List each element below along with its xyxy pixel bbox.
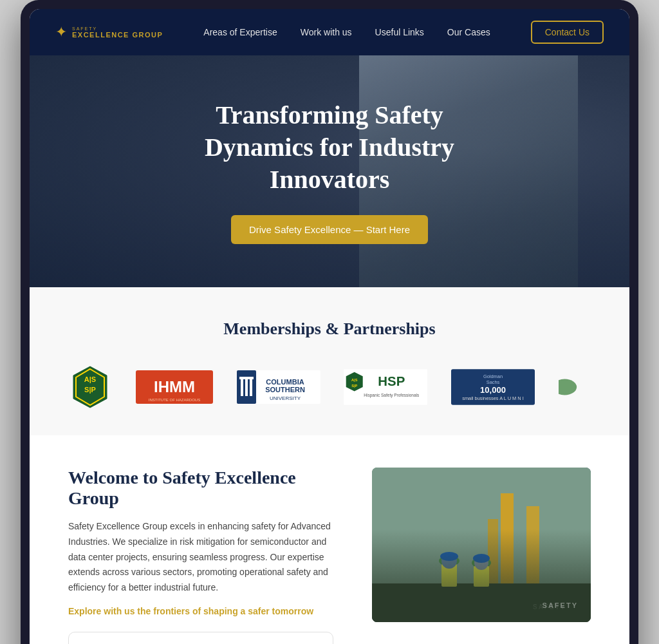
navbar: ✦ SAFETY EXCELLENCE GROUP Areas of Exper… xyxy=(30,9,629,55)
welcome-image: SAFETY xyxy=(372,468,591,622)
svg-text:Sachs: Sachs xyxy=(487,379,500,385)
svg-rect-32 xyxy=(372,583,591,622)
logo-main-text: EXCELLENCE GROUP xyxy=(72,31,163,39)
ihmm-logo: IHMM INSTITUTE OF HAZARDOUS xyxy=(136,365,213,410)
svg-text:UNIVERSITY: UNIVERSITY xyxy=(270,395,301,401)
svg-rect-11 xyxy=(250,378,252,396)
svg-text:small businesses  A L U M N I: small businesses A L U M N I xyxy=(462,395,524,401)
hsp-svg: A|S S|P HSP Hispanic Safety Professional… xyxy=(344,368,427,406)
logo-top-text: SAFETY xyxy=(72,26,163,31)
goldman-svg: Goldman Sachs 10,000 small businesses A … xyxy=(451,368,535,406)
logo-icon: ✦ xyxy=(55,25,67,39)
logo[interactable]: ✦ SAFETY EXCELLENCE GROUP xyxy=(55,25,163,39)
ihmm-svg: IHMM INSTITUTE OF HAZARDOUS xyxy=(136,370,213,404)
svg-point-33 xyxy=(439,556,459,566)
nav-item-links[interactable]: Useful Links xyxy=(375,26,424,38)
svg-rect-12 xyxy=(239,377,254,379)
columbia-svg: COLUMBIA SOUTHERN UNIVERSITY xyxy=(237,370,320,404)
hsp-logo: A|S S|P HSP Hispanic Safety Professional… xyxy=(344,365,427,410)
logos-row: A|S S|P IHMM INSTITUTE OF HAZARDOUS xyxy=(68,365,591,410)
svg-text:A|S: A|S xyxy=(351,378,358,382)
columbia-southern-logo: COLUMBIA SOUTHERN UNIVERSITY xyxy=(237,365,320,410)
welcome-text-area: Welcome to Safety Excellence Group Safet… xyxy=(68,468,333,644)
svg-text:S|P: S|P xyxy=(84,386,96,393)
svg-text:SOUTHERN: SOUTHERN xyxy=(265,386,305,393)
welcome-title: Welcome to Safety Excellence Group xyxy=(68,468,333,509)
svg-rect-34 xyxy=(441,564,457,587)
partial-svg xyxy=(559,368,591,406)
svg-text:A|S: A|S xyxy=(84,375,96,383)
contact-button[interactable]: Contact Us xyxy=(531,21,604,44)
svg-rect-31 xyxy=(488,519,498,622)
hero-cta-button[interactable]: Drive Safety Excellence — Start Here xyxy=(231,215,428,244)
svg-point-36 xyxy=(440,552,458,561)
browser-content: ✦ SAFETY EXCELLENCE GROUP Areas of Exper… xyxy=(30,9,629,644)
svg-rect-9 xyxy=(241,378,243,396)
hero-content: Transforming Safety Dynamics for Industr… xyxy=(136,99,523,244)
memberships-section: Memberships & Partnerships A|S S|P IHM xyxy=(30,287,629,435)
nav-item-work[interactable]: Work with us xyxy=(301,26,352,38)
svg-point-40 xyxy=(473,554,490,563)
device-frame: ✦ SAFETY EXCELLENCE GROUP Areas of Exper… xyxy=(21,0,638,644)
hero-section: Transforming Safety Dynamics for Industr… xyxy=(30,55,629,287)
memberships-title: Memberships & Partnerships xyxy=(68,319,591,339)
assp-logo: A|S S|P xyxy=(68,365,112,410)
nav-link-links[interactable]: Useful Links xyxy=(375,27,424,37)
hero-title: Transforming Safety Dynamics for Industr… xyxy=(162,99,497,196)
mission-box: ⚙ Our mission Develop and foster culture… xyxy=(68,632,333,644)
welcome-tagline: Explore with us the frontiers of shaping… xyxy=(68,606,333,616)
svg-rect-10 xyxy=(245,378,248,396)
nav-link-work[interactable]: Work with us xyxy=(301,27,352,37)
svg-rect-30 xyxy=(526,506,539,622)
svg-text:IHMM: IHMM xyxy=(154,378,195,395)
nav-links: Areas of Expertise Work with us Useful L… xyxy=(203,26,490,38)
svg-text:HSP: HSP xyxy=(378,374,405,388)
assp-svg: A|S S|P xyxy=(68,365,112,409)
goldman-sachs-logo: Goldman Sachs 10,000 small businesses A … xyxy=(451,365,535,410)
svg-text:INSTITUTE OF HAZARDOUS: INSTITUTE OF HAZARDOUS xyxy=(149,398,200,402)
svg-text:10,000: 10,000 xyxy=(480,385,506,395)
svg-text:Hispanic Safety Professionals: Hispanic Safety Professionals xyxy=(364,393,420,398)
welcome-section: Welcome to Safety Excellence Group Safet… xyxy=(30,435,629,644)
svg-text:SAFETY: SAFETY xyxy=(533,603,566,611)
svg-text:COLUMBIA: COLUMBIA xyxy=(266,378,304,386)
nav-item-expertise[interactable]: Areas of Expertise xyxy=(203,26,277,38)
logo-text: SAFETY EXCELLENCE GROUP xyxy=(72,26,163,39)
welcome-scene-svg: SAFETY xyxy=(372,468,591,622)
svg-rect-38 xyxy=(474,566,489,587)
svg-point-35 xyxy=(441,553,457,569)
svg-rect-28 xyxy=(372,468,591,622)
svg-point-27 xyxy=(559,379,577,395)
svg-text:Goldman: Goldman xyxy=(483,374,503,379)
nav-item-cases[interactable]: Our Cases xyxy=(447,26,490,38)
nav-link-cases[interactable]: Our Cases xyxy=(447,27,490,37)
svg-point-37 xyxy=(472,558,491,568)
svg-rect-29 xyxy=(501,493,514,622)
partial-logo xyxy=(559,368,591,406)
nav-link-expertise[interactable]: Areas of Expertise xyxy=(203,27,277,37)
svg-text:S|P: S|P xyxy=(352,384,358,388)
svg-point-39 xyxy=(474,556,488,570)
welcome-body: Safety Excellence Group excels in enhanc… xyxy=(68,519,333,596)
